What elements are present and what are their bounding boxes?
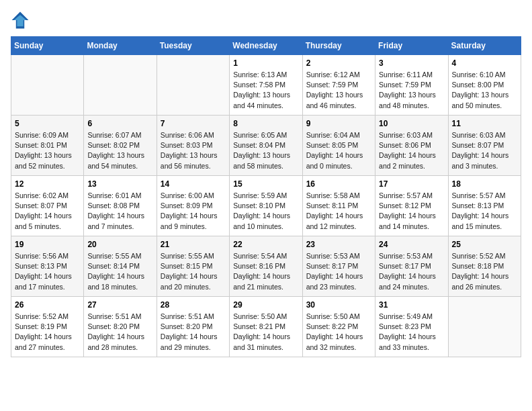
day-number: 10 — [379, 119, 444, 128]
calendar-cell — [84, 55, 157, 116]
day-info: Sunrise: 6:06 AMSunset: 8:03 PMDaylight:… — [161, 130, 226, 171]
calendar-cell: 14Sunrise: 6:00 AMSunset: 8:09 PMDayligh… — [157, 176, 229, 236]
calendar-cell: 25Sunrise: 5:52 AMSunset: 8:18 PMDayligh… — [448, 236, 521, 297]
calendar-cell: 17Sunrise: 5:57 AMSunset: 8:12 PMDayligh… — [375, 176, 448, 236]
calendar-cell: 22Sunrise: 5:54 AMSunset: 8:16 PMDayligh… — [230, 236, 302, 297]
calendar-cell — [157, 55, 229, 116]
day-info: Sunrise: 5:49 AMSunset: 8:23 PMDaylight:… — [379, 312, 444, 353]
day-info: Sunrise: 5:58 AMSunset: 8:11 PMDaylight:… — [306, 191, 371, 232]
calendar-cell: 4Sunrise: 6:10 AMSunset: 8:00 PMDaylight… — [448, 55, 521, 116]
day-info: Sunrise: 6:01 AMSunset: 8:08 PMDaylight:… — [87, 191, 152, 232]
weekday-header-monday: Monday — [84, 37, 157, 55]
day-number: 25 — [452, 240, 517, 249]
day-number: 7 — [161, 119, 226, 128]
weekday-header-thursday: Thursday — [302, 37, 375, 55]
calendar-cell: 16Sunrise: 5:58 AMSunset: 8:11 PMDayligh… — [302, 176, 375, 236]
calendar-week-row: 1Sunrise: 6:13 AMSunset: 7:58 PMDaylight… — [11, 55, 521, 116]
calendar-week-row: 12Sunrise: 6:02 AMSunset: 8:07 PMDayligh… — [11, 176, 521, 236]
day-number: 4 — [452, 58, 517, 68]
calendar-cell: 20Sunrise: 5:55 AMSunset: 8:14 PMDayligh… — [84, 236, 157, 297]
day-number: 13 — [87, 179, 152, 189]
day-number: 22 — [233, 240, 298, 249]
weekday-header-row: SundayMondayTuesdayWednesdayThursdayFrid… — [11, 37, 521, 55]
day-info: Sunrise: 6:13 AMSunset: 7:58 PMDaylight:… — [233, 70, 298, 111]
day-info: Sunrise: 6:07 AMSunset: 8:02 PMDaylight:… — [87, 130, 152, 171]
day-info: Sunrise: 6:10 AMSunset: 8:00 PMDaylight:… — [452, 70, 517, 111]
day-number: 23 — [306, 240, 371, 249]
day-number: 5 — [15, 119, 80, 128]
weekday-header-tuesday: Tuesday — [157, 37, 229, 55]
day-number: 28 — [161, 300, 226, 310]
day-number: 30 — [306, 300, 371, 310]
calendar-cell: 5Sunrise: 6:09 AMSunset: 8:01 PMDaylight… — [11, 116, 84, 176]
page-header — [11, 11, 521, 30]
day-info: Sunrise: 6:03 AMSunset: 8:06 PMDaylight:… — [379, 130, 444, 171]
day-number: 17 — [379, 179, 444, 189]
day-number: 2 — [306, 58, 371, 68]
day-number: 3 — [379, 58, 444, 68]
logo-icon — [11, 11, 30, 30]
calendar-cell: 3Sunrise: 6:11 AMSunset: 7:59 PMDaylight… — [375, 55, 448, 116]
calendar-cell: 10Sunrise: 6:03 AMSunset: 8:06 PMDayligh… — [375, 116, 448, 176]
day-number: 31 — [379, 300, 444, 310]
weekday-header-wednesday: Wednesday — [230, 37, 302, 55]
calendar-cell: 27Sunrise: 5:51 AMSunset: 8:20 PMDayligh… — [84, 297, 157, 357]
calendar-cell: 2Sunrise: 6:12 AMSunset: 7:59 PMDaylight… — [302, 55, 375, 116]
day-info: Sunrise: 6:05 AMSunset: 8:04 PMDaylight:… — [233, 130, 298, 171]
day-info: Sunrise: 5:57 AMSunset: 8:13 PMDaylight:… — [452, 191, 517, 232]
day-number: 18 — [452, 179, 517, 189]
day-number: 8 — [233, 119, 298, 128]
calendar-cell: 19Sunrise: 5:56 AMSunset: 8:13 PMDayligh… — [11, 236, 84, 297]
day-number: 1 — [233, 58, 298, 68]
day-number: 9 — [306, 119, 371, 128]
day-number: 14 — [161, 179, 226, 189]
day-number: 11 — [452, 119, 517, 128]
day-info: Sunrise: 6:12 AMSunset: 7:59 PMDaylight:… — [306, 70, 371, 111]
calendar-cell: 29Sunrise: 5:50 AMSunset: 8:21 PMDayligh… — [230, 297, 302, 357]
calendar-cell: 21Sunrise: 5:55 AMSunset: 8:15 PMDayligh… — [157, 236, 229, 297]
calendar-cell: 31Sunrise: 5:49 AMSunset: 8:23 PMDayligh… — [375, 297, 448, 357]
calendar-cell: 26Sunrise: 5:52 AMSunset: 8:19 PMDayligh… — [11, 297, 84, 357]
day-info: Sunrise: 6:11 AMSunset: 7:59 PMDaylight:… — [379, 70, 444, 111]
calendar-cell: 18Sunrise: 5:57 AMSunset: 8:13 PMDayligh… — [448, 176, 521, 236]
calendar-cell: 8Sunrise: 6:05 AMSunset: 8:04 PMDaylight… — [230, 116, 302, 176]
calendar-cell — [448, 297, 521, 357]
calendar-cell — [11, 55, 84, 116]
day-number: 24 — [379, 240, 444, 249]
day-info: Sunrise: 5:50 AMSunset: 8:21 PMDaylight:… — [233, 312, 298, 353]
calendar-week-row: 26Sunrise: 5:52 AMSunset: 8:19 PMDayligh… — [11, 297, 521, 357]
day-info: Sunrise: 6:09 AMSunset: 8:01 PMDaylight:… — [15, 130, 80, 171]
day-number: 29 — [233, 300, 298, 310]
day-number: 15 — [233, 179, 298, 189]
day-info: Sunrise: 5:59 AMSunset: 8:10 PMDaylight:… — [233, 191, 298, 232]
day-number: 27 — [87, 300, 152, 310]
day-info: Sunrise: 6:02 AMSunset: 8:07 PMDaylight:… — [15, 191, 80, 232]
calendar-cell: 1Sunrise: 6:13 AMSunset: 7:58 PMDaylight… — [230, 55, 302, 116]
calendar-cell: 30Sunrise: 5:50 AMSunset: 8:22 PMDayligh… — [302, 297, 375, 357]
weekday-header-saturday: Saturday — [448, 37, 521, 55]
day-info: Sunrise: 5:53 AMSunset: 8:17 PMDaylight:… — [379, 251, 444, 292]
day-number: 20 — [87, 240, 152, 249]
day-number: 12 — [15, 179, 80, 189]
day-number: 19 — [15, 240, 80, 249]
calendar-week-row: 5Sunrise: 6:09 AMSunset: 8:01 PMDaylight… — [11, 116, 521, 176]
day-info: Sunrise: 6:00 AMSunset: 8:09 PMDaylight:… — [161, 191, 226, 232]
day-info: Sunrise: 5:55 AMSunset: 8:14 PMDaylight:… — [87, 251, 152, 292]
calendar-cell: 15Sunrise: 5:59 AMSunset: 8:10 PMDayligh… — [230, 176, 302, 236]
calendar-cell: 24Sunrise: 5:53 AMSunset: 8:17 PMDayligh… — [375, 236, 448, 297]
day-info: Sunrise: 5:52 AMSunset: 8:19 PMDaylight:… — [15, 312, 80, 353]
day-info: Sunrise: 5:53 AMSunset: 8:17 PMDaylight:… — [306, 251, 371, 292]
day-info: Sunrise: 5:56 AMSunset: 8:13 PMDaylight:… — [15, 251, 80, 292]
day-info: Sunrise: 5:50 AMSunset: 8:22 PMDaylight:… — [306, 312, 371, 353]
calendar-cell: 9Sunrise: 6:04 AMSunset: 8:05 PMDaylight… — [302, 116, 375, 176]
calendar-cell: 28Sunrise: 5:51 AMSunset: 8:20 PMDayligh… — [157, 297, 229, 357]
day-number: 16 — [306, 179, 371, 189]
calendar-cell: 12Sunrise: 6:02 AMSunset: 8:07 PMDayligh… — [11, 176, 84, 236]
calendar-week-row: 19Sunrise: 5:56 AMSunset: 8:13 PMDayligh… — [11, 236, 521, 297]
calendar-cell: 7Sunrise: 6:06 AMSunset: 8:03 PMDaylight… — [157, 116, 229, 176]
day-number: 6 — [87, 119, 152, 128]
day-info: Sunrise: 6:03 AMSunset: 8:07 PMDaylight:… — [452, 130, 517, 171]
calendar-cell: 13Sunrise: 6:01 AMSunset: 8:08 PMDayligh… — [84, 176, 157, 236]
calendar-table: SundayMondayTuesdayWednesdayThursdayFrid… — [11, 36, 521, 357]
day-number: 21 — [161, 240, 226, 249]
